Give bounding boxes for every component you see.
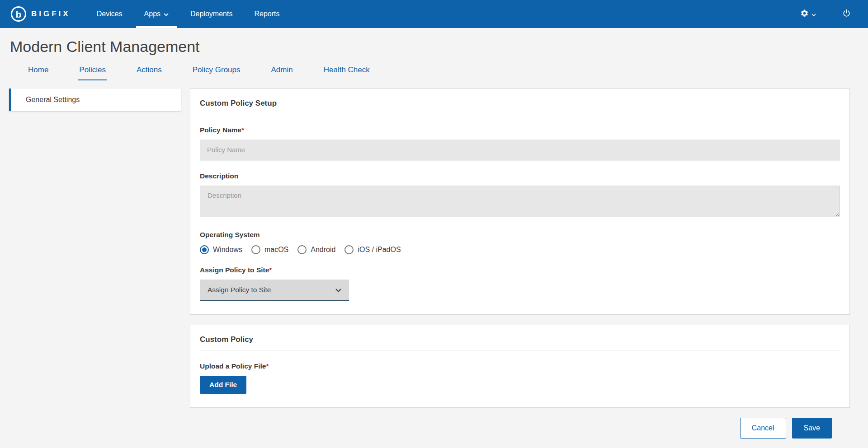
section-tabs: Home Policies Actions Policy Groups Admi… xyxy=(0,62,868,80)
radio-label: Android xyxy=(311,246,335,254)
radio-button-icon xyxy=(344,245,354,254)
logout-button[interactable] xyxy=(842,9,851,19)
radio-button-icon xyxy=(251,245,260,254)
radio-label: iOS / iPadOS xyxy=(358,246,401,254)
card-title: Custom Policy xyxy=(200,325,840,350)
required-asterisk: * xyxy=(266,362,269,370)
main-panel: Custom Policy Setup Policy Name* Descrip… xyxy=(190,89,850,448)
tab-policy-groups[interactable]: Policy Groups xyxy=(192,62,241,80)
radio-android[interactable]: Android xyxy=(297,245,335,254)
assign-policy-to-site-select[interactable]: Assign Policy to Site xyxy=(200,280,349,301)
description-textarea[interactable] xyxy=(200,186,840,217)
nav-item-devices[interactable]: Devices xyxy=(86,0,133,28)
power-icon xyxy=(842,9,851,19)
tab-actions[interactable]: Actions xyxy=(136,62,163,80)
policy-name-label: Policy Name* xyxy=(200,126,840,134)
tab-health-check[interactable]: Health Check xyxy=(323,62,371,80)
topbar-actions xyxy=(800,9,868,19)
custom-policy-card: Custom Policy Upload a Policy File* Add … xyxy=(190,325,850,408)
chevron-down-icon xyxy=(811,10,816,18)
brand-name: BIGFIX xyxy=(31,9,71,19)
content-area: General Settings Custom Policy Setup Pol… xyxy=(0,89,868,448)
settings-menu-button[interactable] xyxy=(800,9,816,19)
upload-policy-file-label: Upload a Policy File* xyxy=(200,362,840,370)
sidebar-card: General Settings xyxy=(9,89,181,111)
nav-item-apps[interactable]: Apps xyxy=(133,0,179,28)
bigfix-logo[interactable]: b BIGFIX xyxy=(0,6,86,22)
radio-ios-ipados[interactable]: iOS / iPadOS xyxy=(344,245,401,254)
radio-macos[interactable]: macOS xyxy=(251,245,288,254)
required-asterisk: * xyxy=(269,266,272,274)
chevron-down-icon xyxy=(335,286,341,294)
radio-label: macOS xyxy=(264,246,288,254)
radio-label: Windows xyxy=(213,246,242,254)
sidebar-item-label: General Settings xyxy=(26,96,80,104)
card-title: Custom Policy Setup xyxy=(200,89,840,114)
nav-item-reports[interactable]: Reports xyxy=(243,0,290,28)
policy-name-input[interactable] xyxy=(200,140,840,160)
chevron-down-icon xyxy=(164,10,169,18)
gear-icon xyxy=(800,9,809,19)
radio-button-icon xyxy=(297,245,307,254)
tab-home[interactable]: Home xyxy=(27,62,49,80)
save-button[interactable]: Save xyxy=(792,418,832,439)
radio-windows[interactable]: Windows xyxy=(200,245,242,254)
operating-system-radio-group: Windows macOS Android iOS / iPadOS xyxy=(200,245,840,254)
assign-policy-to-site-label: Assign Policy to Site* xyxy=(200,266,840,274)
operating-system-label: Operating System xyxy=(200,231,840,239)
tab-admin[interactable]: Admin xyxy=(270,62,294,80)
required-asterisk: * xyxy=(241,126,244,134)
add-file-button[interactable]: Add File xyxy=(200,376,246,394)
form-actions: Cancel Save xyxy=(190,418,850,448)
nav-item-deployments[interactable]: Deployments xyxy=(179,0,243,28)
custom-policy-setup-card: Custom Policy Setup Policy Name* Descrip… xyxy=(190,89,850,315)
description-label: Description xyxy=(200,172,840,180)
top-navigation-bar: b BIGFIX Devices Apps Deployments Report… xyxy=(0,0,868,28)
sidebar-item-general-settings[interactable]: General Settings xyxy=(9,89,181,111)
primary-nav: Devices Apps Deployments Reports xyxy=(86,0,291,28)
select-value: Assign Policy to Site xyxy=(208,286,271,294)
bigfix-logo-icon: b xyxy=(11,6,26,22)
radio-button-icon xyxy=(200,245,209,254)
sidebar: General Settings xyxy=(9,89,181,111)
cancel-button[interactable]: Cancel xyxy=(740,418,786,439)
tab-policies[interactable]: Policies xyxy=(78,62,107,80)
page-title: Modern Client Management xyxy=(10,38,868,56)
